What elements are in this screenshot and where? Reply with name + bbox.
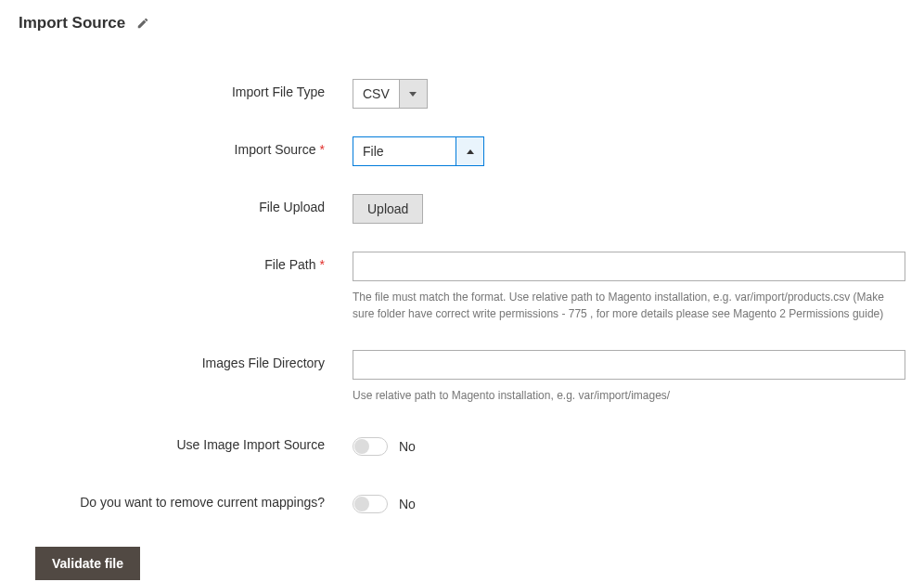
select-arrow-button[interactable] (399, 80, 427, 108)
field-images-file-directory: Images File Directory Use relative path … (19, 350, 905, 404)
select-value: CSV (353, 80, 399, 108)
field-import-source: Import Source* File (19, 136, 905, 166)
toggle-state-label: No (399, 497, 416, 511)
label-text: File Upload (259, 200, 325, 214)
chevron-down-icon (409, 92, 417, 97)
label-text: Use Image Import Source (176, 437, 325, 452)
form-actions: Validate file (19, 547, 905, 580)
section-title: Import Source (19, 14, 125, 32)
file-path-input[interactable] (353, 252, 905, 281)
select-arrow-button[interactable] (456, 137, 483, 165)
edit-icon[interactable] (136, 17, 149, 30)
select-value: File (353, 137, 456, 165)
label-text: Do you want to remove current mappings? (80, 495, 325, 510)
label-use-image-import-source: Use Image Import Source (19, 432, 353, 452)
import-file-type-select[interactable]: CSV (353, 79, 428, 109)
images-file-directory-help: Use relative path to Magento installatio… (353, 387, 905, 404)
required-indicator: * (320, 257, 325, 272)
field-remove-mappings: Do you want to remove current mappings? … (19, 489, 905, 519)
remove-mappings-toggle[interactable] (353, 495, 388, 513)
control-file-path: The file must match the format. Use rela… (353, 252, 905, 322)
label-text: Images File Directory (202, 356, 325, 370)
control-use-image-import-source: No (353, 432, 905, 461)
validate-file-button[interactable]: Validate file (35, 547, 140, 580)
import-source-select[interactable]: File (353, 136, 484, 166)
field-import-file-type: Import File Type CSV (19, 79, 905, 109)
file-path-help: The file must match the format. Use rela… (353, 289, 905, 322)
control-file-upload: Upload (353, 194, 905, 224)
label-file-path: File Path* (19, 252, 353, 272)
label-file-upload: File Upload (19, 194, 353, 214)
required-indicator: * (320, 142, 325, 157)
images-file-directory-input[interactable] (353, 350, 905, 380)
chevron-up-icon (467, 149, 474, 154)
control-remove-mappings: No (353, 489, 905, 519)
field-use-image-import-source: Use Image Import Source No (19, 432, 905, 461)
control-import-file-type: CSV (353, 79, 905, 109)
toggle-knob (354, 497, 369, 511)
field-file-path: File Path* The file must match the forma… (19, 252, 905, 322)
control-images-file-directory: Use relative path to Magento installatio… (353, 350, 905, 404)
label-import-source: Import Source* (19, 136, 353, 157)
label-images-file-directory: Images File Directory (19, 350, 353, 370)
label-remove-mappings: Do you want to remove current mappings? (19, 489, 353, 510)
upload-button[interactable]: Upload (353, 194, 423, 224)
control-import-source: File (353, 136, 905, 166)
label-text: File Path (264, 257, 315, 272)
section-header: Import Source (19, 9, 905, 32)
label-import-file-type: Import File Type (19, 79, 353, 99)
field-file-upload: File Upload Upload (19, 194, 905, 224)
label-text: Import File Type (232, 84, 325, 99)
toggle-knob (354, 439, 369, 454)
label-text: Import Source (235, 142, 316, 157)
use-image-import-source-toggle[interactable] (353, 437, 388, 456)
toggle-state-label: No (399, 439, 416, 454)
import-source-form: Import File Type CSV Import Source* File (19, 79, 905, 580)
